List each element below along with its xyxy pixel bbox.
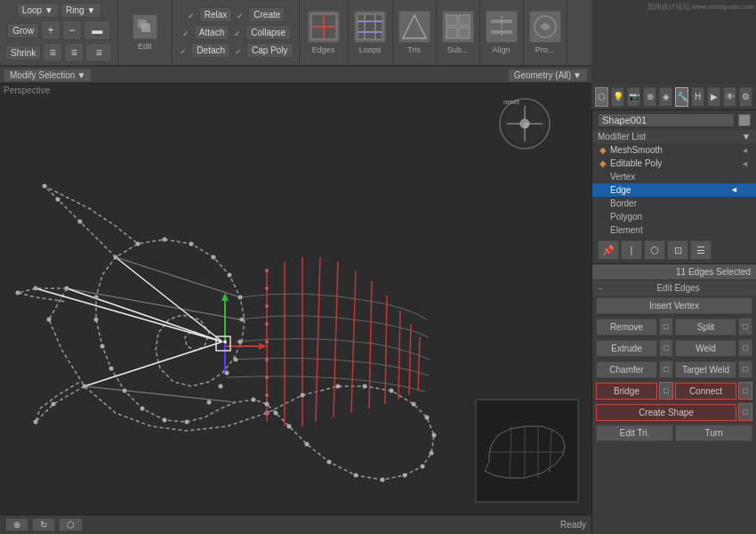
extrude-settings[interactable]: □ [659, 339, 673, 357]
sub-element[interactable]: Element [592, 223, 756, 237]
grow-button[interactable]: Grow [7, 23, 39, 38]
ring-button[interactable]: Ring ▼ [60, 3, 101, 18]
bridge-settings[interactable]: □ [659, 382, 673, 400]
svg-rect-16 [446, 28, 457, 38]
attach-button[interactable]: Attach [194, 25, 229, 40]
remove-settings[interactable]: □ [659, 318, 673, 336]
create-button[interactable]: Create [248, 7, 286, 22]
edit-tri-button[interactable]: Edit Tri. [596, 425, 673, 441]
weld-settings[interactable]: □ [738, 339, 752, 357]
bottom-btn-1[interactable]: ⊕ [5, 518, 28, 531]
grow-icon2[interactable]: ▬ [84, 20, 110, 40]
sub-vertex[interactable]: Vertex [592, 170, 756, 183]
right-panel: Modifier List ▼ ◆ MeshSmooth ◄ ◆ Editabl… [591, 110, 756, 534]
border-label: Border [610, 198, 637, 208]
create-shape-button[interactable]: Create Shape [596, 404, 736, 421]
detach-button[interactable]: Detach [191, 43, 230, 58]
geometry-all-button[interactable]: Geometry (All) ▼ [508, 69, 588, 82]
target-weld-settings[interactable]: □ [738, 360, 752, 378]
pin-stack-icon[interactable]: 📌 [598, 240, 619, 260]
split-settings[interactable]: □ [738, 318, 752, 336]
detach-check-icon [177, 44, 189, 57]
modifier-editable-poly[interactable]: ◆ Editable Poly ◄ [592, 157, 756, 170]
meshsmooth-label: MeshSmooth [610, 145, 663, 155]
toolbar-row-1: Loop ▼ Ring ▼ [17, 3, 101, 18]
loop-button[interactable]: Loop ▼ [17, 3, 59, 18]
weld-button[interactable]: Weld [675, 340, 736, 357]
create-shape-settings[interactable]: □ [738, 403, 752, 421]
edit-edges-header[interactable]: − Edit Edges [592, 280, 756, 295]
right-panel-top-icons: ⬡ 💡 📷 ⊕ ◈ 🔧 H ▶ 👁 ⚙ [591, 84, 756, 110]
split-button[interactable]: Split [675, 319, 736, 336]
panel-icon-display[interactable]: 👁 [723, 87, 736, 107]
chamfer-button[interactable]: Chamfer [596, 361, 657, 378]
editable-poly-label: Editable Poly [610, 158, 662, 168]
modifier-meshsmooth[interactable]: ◆ MeshSmooth ◄ [592, 143, 756, 157]
edit-icon [133, 14, 157, 39]
shrink-icon3[interactable]: ≡ [85, 43, 112, 62]
attach-row: Attach Collapse [180, 25, 291, 40]
config-icon[interactable]: ☰ [690, 240, 712, 260]
turn-button[interactable]: Turn [675, 425, 752, 441]
panel-icon-space[interactable]: ◈ [659, 87, 672, 107]
cap-poly-button[interactable]: Cap Poly [246, 43, 294, 58]
shrink-icon1[interactable]: ≡ [43, 43, 62, 62]
connect-settings[interactable]: □ [738, 382, 752, 400]
collapse-check-icon [231, 27, 244, 39]
grow-plus-icon[interactable]: + [41, 20, 60, 40]
bridge-button[interactable]: Bridge [596, 383, 657, 400]
svg-point-57 [240, 318, 245, 322]
connect-button[interactable]: Connect [675, 383, 736, 400]
svg-point-100 [265, 304, 269, 308]
bottom-btn-2[interactable]: ↻ [32, 518, 55, 531]
status-text: Ready [560, 520, 586, 530]
shape-name-input[interactable] [598, 113, 735, 127]
geometry-all-label: Geometry (All) [514, 70, 571, 80]
collapse-button[interactable]: Collapse [245, 25, 291, 40]
panel-icon-motion[interactable]: ▶ [707, 87, 720, 107]
shrink-icon2[interactable]: ≡ [64, 43, 84, 62]
tris-icon [398, 11, 430, 43]
pro-section: Pro... [524, 0, 567, 65]
move-up-icon[interactable]: | [621, 240, 642, 260]
grow-minus-icon[interactable]: − [62, 20, 82, 40]
bottom-btn-3[interactable]: ⬡ [59, 518, 83, 531]
insert-vertex-button[interactable]: Insert Vertex [596, 297, 752, 314]
svg-point-103 [265, 358, 269, 361]
sub-edge[interactable]: Edge ◄ [592, 183, 756, 197]
svg-text:reset: reset [503, 98, 520, 106]
geometry-all-arrow: ▼ [573, 70, 582, 80]
shrink-button[interactable]: Shrink [5, 45, 41, 61]
extrude-button[interactable]: Extrude [596, 340, 657, 357]
pipeline-icon[interactable]: ⬡ [644, 240, 665, 260]
panel-icon-camera[interactable]: 📷 [627, 87, 640, 107]
modify-selection-button[interactable]: Modify Selection ▼ [4, 69, 92, 82]
panel-icon-shapes[interactable]: ⬡ [595, 87, 608, 107]
viewport[interactable]: Perspective [0, 84, 591, 514]
panel-icon-helpers[interactable]: ⊕ [643, 87, 656, 107]
edit-edges-title: Edit Edges [606, 283, 751, 293]
loops-label: Loops [359, 45, 382, 54]
svg-point-63 [185, 420, 189, 425]
target-weld-button[interactable]: Target Weld [675, 361, 736, 378]
extrude-weld-row: Extrude □ Weld □ [592, 337, 756, 359]
edit-section: Edit [118, 0, 172, 65]
panel-icon-hierarchy[interactable]: H [691, 87, 704, 107]
panel-icon-lights[interactable]: 💡 [611, 87, 624, 107]
shape-color-box[interactable] [738, 114, 751, 126]
edges-section: Edges [300, 0, 349, 65]
edge-selected-icon: ◄ [730, 185, 738, 194]
sub-border[interactable]: Border [592, 197, 756, 210]
panel-icon-utilities[interactable]: ⚙ [739, 87, 752, 107]
attach-check-icon [180, 27, 192, 39]
show-end-icon[interactable]: ⊡ [667, 240, 688, 260]
svg-point-89 [274, 411, 278, 416]
relax-button[interactable]: Relax [199, 7, 233, 22]
sub-polygon[interactable]: Polygon [592, 210, 756, 223]
panel-icon-modify[interactable]: 🔧 [675, 87, 688, 107]
svg-rect-15 [459, 15, 470, 26]
remove-button[interactable]: Remove [596, 319, 657, 336]
chamfer-settings[interactable]: □ [659, 360, 673, 378]
edge-label: Edge [610, 185, 631, 195]
svg-point-52 [163, 238, 167, 242]
